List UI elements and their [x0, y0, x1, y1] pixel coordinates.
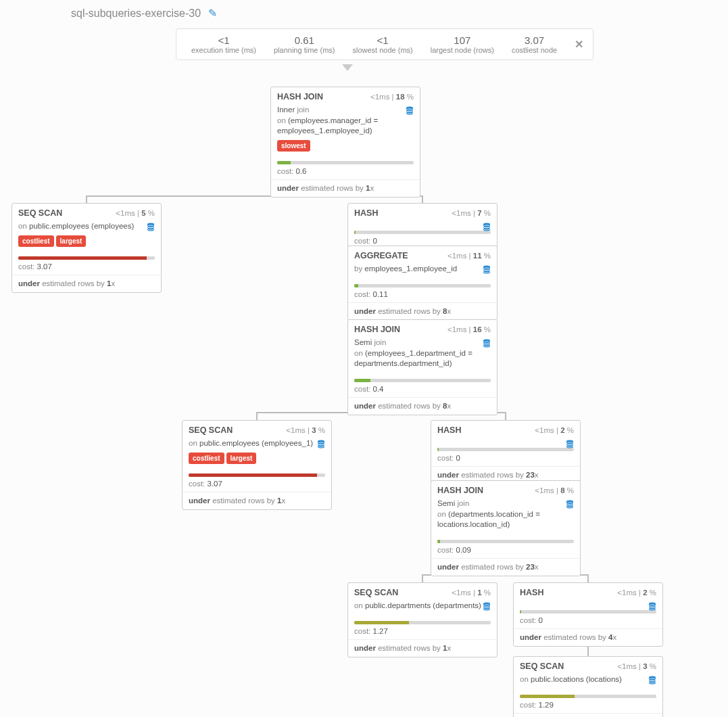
close-icon[interactable]: ✕: [569, 38, 583, 51]
database-icon: [648, 602, 656, 611]
database-icon: [483, 602, 491, 611]
stat-planning-time: 0.61 planning time (ms): [268, 34, 340, 54]
stat-costliest-node: 3.07 costliest node: [506, 34, 562, 54]
database-icon: [483, 339, 491, 348]
node-hash-join-root[interactable]: HASH JOIN <1ms | 18 % Inner join on (emp…: [270, 87, 420, 198]
database-icon: [406, 106, 414, 116]
node-hash-2[interactable]: HASH <1ms | 2 % cost: 0 under estimated …: [431, 420, 581, 484]
database-icon: [648, 676, 656, 685]
database-icon: [566, 500, 574, 509]
node-hash-join-2[interactable]: HASH JOIN <1ms | 16 % Semi join on (empl…: [347, 319, 498, 415]
node-hash-3[interactable]: HASH <1ms | 2 % cost: 0 under estimated …: [513, 582, 663, 647]
database-icon: [483, 223, 491, 232]
database-icon: [317, 440, 325, 449]
node-seq-scan-employees-1[interactable]: SEQ SCAN <1ms | 3 % on public.employees …: [182, 420, 332, 510]
database-icon: [147, 223, 155, 232]
node-seq-scan-employees[interactable]: SEQ SCAN <1ms | 5 % on public.employees …: [11, 203, 162, 293]
stat-slowest-node: <1 slowest node (ms): [347, 34, 418, 54]
stat-largest-node: 107 largest node (rows): [425, 34, 500, 54]
node-hash-join-3[interactable]: HASH JOIN <1ms | 8 % Semi join on (depar…: [431, 480, 581, 576]
stats-bar: <1 execution time (ms) 0.61 planning tim…: [176, 28, 593, 60]
database-icon: [566, 440, 574, 449]
edit-icon[interactable]: ✎: [208, 7, 217, 19]
node-seq-scan-locations[interactable]: SEQ SCAN <1ms | 3 % on public.locations …: [513, 656, 663, 717]
node-seq-scan-departments[interactable]: SEQ SCAN <1ms | 1 % on public.department…: [347, 582, 498, 657]
arrow-down-icon: [342, 64, 353, 71]
node-aggregate[interactable]: AGGREGATE <1ms | 11 % by employees_1.emp…: [347, 246, 498, 321]
page-title: sql-subqueries-exercise-30 ✎: [71, 7, 217, 20]
database-icon: [483, 265, 491, 275]
stat-execution-time: <1 execution time (ms): [186, 34, 262, 54]
